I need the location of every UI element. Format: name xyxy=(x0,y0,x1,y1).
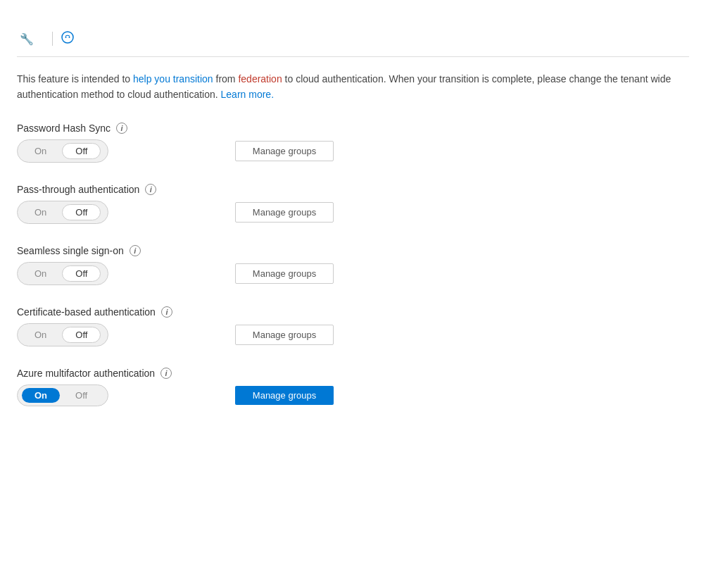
manage-groups-button-seamless-sso[interactable]: Manage groups xyxy=(235,263,334,284)
feature-name-seamless-sso: Seamless single sign-on xyxy=(17,245,124,256)
toggle-password-hash-sync[interactable]: On Off xyxy=(17,139,108,163)
feature-label-seamless-sso: Seamless single sign-on i xyxy=(17,245,689,256)
svg-point-2 xyxy=(69,37,70,38)
features-list: Password Hash Sync i On Off Manage group… xyxy=(17,123,689,406)
manage-groups-button-cert-based-auth[interactable]: Manage groups xyxy=(235,325,334,345)
feature-section-password-hash-sync: Password Hash Sync i On Off Manage group… xyxy=(17,123,689,163)
toggle-off-cert-based-auth[interactable]: Off xyxy=(62,327,101,343)
toggle-off-password-hash-sync[interactable]: Off xyxy=(62,143,101,159)
feedback-button[interactable] xyxy=(58,28,87,49)
feature-label-azure-mfa: Azure multifactor authentication i xyxy=(17,368,689,379)
feature-row-pass-through-auth: On Off Manage groups xyxy=(17,201,689,224)
troubleshoot-button[interactable]: 🔧 xyxy=(17,30,46,49)
manage-groups-button-pass-through-auth[interactable]: Manage groups xyxy=(235,202,334,223)
feature-name-pass-through-auth: Pass-through authentication xyxy=(17,184,139,195)
banner-text-middle1: from xyxy=(213,73,239,85)
toggle-on-pass-through-auth[interactable]: On xyxy=(22,205,59,220)
toggle-on-cert-based-auth[interactable]: On xyxy=(22,327,59,342)
feature-section-azure-mfa: Azure multifactor authentication i On Of… xyxy=(17,368,689,406)
svg-point-0 xyxy=(62,32,73,43)
feature-name-password-hash-sync: Password Hash Sync xyxy=(17,123,111,134)
info-banner: This feature is intended to help you tra… xyxy=(17,71,689,103)
feature-section-cert-based-auth: Certificate-based authentication i On Of… xyxy=(17,306,689,346)
toggle-seamless-sso[interactable]: On Off xyxy=(17,262,108,285)
banner-learn-more-link[interactable]: Learn more. xyxy=(221,89,274,100)
banner-text-before: This feature is intended to xyxy=(17,73,133,85)
manage-groups-button-azure-mfa[interactable]: Manage groups xyxy=(235,386,334,405)
toolbar: 🔧 xyxy=(17,28,689,57)
feature-label-password-hash-sync: Password Hash Sync i xyxy=(17,123,689,134)
feature-name-cert-based-auth: Certificate-based authentication xyxy=(17,306,156,318)
toggle-on-password-hash-sync[interactable]: On xyxy=(22,144,59,158)
feature-label-pass-through-auth: Pass-through authentication i xyxy=(17,184,689,195)
toolbar-divider xyxy=(52,32,53,46)
info-icon-pass-through-auth[interactable]: i xyxy=(145,184,156,195)
wrench-icon: 🔧 xyxy=(20,32,34,46)
toggle-on-azure-mfa[interactable]: On xyxy=(22,388,60,403)
toggle-cert-based-auth[interactable]: On Off xyxy=(17,323,108,346)
feature-row-cert-based-auth: On Off Manage groups xyxy=(17,323,689,346)
info-icon-azure-mfa[interactable]: i xyxy=(160,368,172,379)
page-container: 🔧 This feature is intended to help you t… xyxy=(0,0,706,439)
manage-groups-button-password-hash-sync[interactable]: Manage groups xyxy=(235,141,334,161)
toggle-off-seamless-sso[interactable]: Off xyxy=(62,265,101,282)
toggle-azure-mfa[interactable]: On Off xyxy=(17,384,108,406)
toggle-off-azure-mfa[interactable]: Off xyxy=(63,388,100,403)
feedback-icon xyxy=(61,31,74,46)
info-icon-seamless-sso[interactable]: i xyxy=(130,245,141,256)
info-icon-cert-based-auth[interactable]: i xyxy=(161,306,172,318)
toggle-on-seamless-sso[interactable]: On xyxy=(22,266,59,281)
info-icon-password-hash-sync[interactable]: i xyxy=(116,123,127,134)
feature-row-password-hash-sync: On Off Manage groups xyxy=(17,139,689,163)
feature-section-pass-through-auth: Pass-through authentication i On Off Man… xyxy=(17,184,689,224)
feature-section-seamless-sso: Seamless single sign-on i On Off Manage … xyxy=(17,245,689,285)
svg-point-1 xyxy=(65,37,67,38)
feature-name-azure-mfa: Azure multifactor authentication xyxy=(17,368,155,379)
banner-federation-text: federation xyxy=(238,73,282,85)
feature-row-azure-mfa: On Off Manage groups xyxy=(17,384,689,406)
banner-transition-link[interactable]: help you transition xyxy=(133,73,213,85)
toggle-off-pass-through-auth[interactable]: Off xyxy=(62,204,101,220)
feature-label-cert-based-auth: Certificate-based authentication i xyxy=(17,306,689,318)
feature-row-seamless-sso: On Off Manage groups xyxy=(17,262,689,285)
toggle-pass-through-auth[interactable]: On Off xyxy=(17,201,108,224)
